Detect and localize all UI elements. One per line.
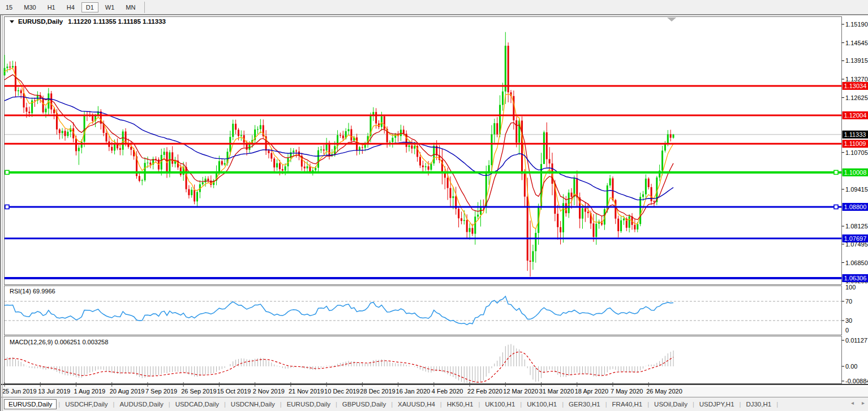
date-axis-label: 25 Jun 2019 — [2, 388, 37, 395]
date-axis-label: 13 Jul 2019 — [38, 388, 70, 395]
date-axis-label: 22 Feb 2020 — [467, 388, 502, 395]
rsi-axis-label: 70 — [845, 298, 852, 305]
chart-ohlc-values: 1.11220 1.11355 1.11185 1.11333 — [68, 18, 166, 25]
price-tick-label: 1.09415 — [845, 186, 868, 193]
window-left-border-inner — [2, 15, 3, 411]
timeframe-button-mn[interactable]: MN — [121, 2, 140, 12]
symbol-tab-hk50-h1[interactable]: HK50,H1 — [442, 399, 478, 409]
price-level-box-label: 1.12004 — [844, 112, 867, 119]
timeframe-button-15[interactable]: 15 — [1, 2, 17, 12]
macd-indicator-label: MACD(12,26,9) 0.006251 0.003258 — [10, 339, 108, 345]
symbol-tab-uk100-h1[interactable]: UK100,H1 — [480, 399, 519, 409]
date-axis-label: 20 Aug 2019 — [110, 388, 145, 395]
macd-axis-label: 0.00 — [845, 363, 857, 370]
chart-canvas[interactable]: 1.151901.145451.139151.132701.126251.107… — [0, 0, 868, 411]
price-tick-label: 1.12625 — [845, 94, 868, 101]
chart-title: EURUSD,Daily 1.11220 1.11355 1.11185 1.1… — [10, 18, 166, 25]
symbol-tab-usoil-daily[interactable]: USOil,Daily — [650, 399, 692, 409]
line-handle[interactable] — [5, 205, 9, 209]
price-level-box-label: 1.10008 — [844, 169, 867, 176]
symbol-tab-usdchf-daily[interactable]: USDCHF,Daily — [61, 399, 112, 409]
symbol-dropdown-icon[interactable] — [10, 20, 14, 23]
price-level-box-label: 1.11009 — [844, 140, 866, 147]
price-tick-label: 1.13915 — [845, 57, 868, 64]
chart-symbol-label: EURUSD,Daily — [18, 18, 63, 25]
price-tick-label: 1.13270 — [845, 76, 868, 83]
date-axis-label: 10 Dec 2019 — [324, 388, 359, 395]
price-tick-label: 1.06850 — [845, 259, 868, 266]
timeframe-button-w1[interactable]: W1 — [101, 2, 119, 12]
macd-panel[interactable] — [5, 336, 842, 384]
tab-scroll-right-button[interactable]: ▸ — [862, 399, 865, 407]
symbol-tabbar: EURUSD,Daily|USDCHF,Daily|AUDUSD,Daily|U… — [0, 397, 868, 411]
tab-scroll-left-button[interactable]: ◂ — [851, 399, 854, 407]
rsi-axis-label: 100 — [845, 284, 856, 291]
date-axis-label: 26 May 2020 — [646, 388, 682, 395]
date-axis-label: 31 Mar 2020 — [539, 388, 574, 395]
toolbar-divider — [0, 14, 868, 16]
date-axis-label: 4 Feb 2020 — [432, 388, 463, 395]
timeframe-button-h1[interactable]: H1 — [43, 2, 60, 12]
date-axis-label: 7 Sep 2019 — [145, 388, 177, 395]
rsi-axis-label: 0 — [845, 327, 849, 334]
symbol-tab-eurusd-daily[interactable]: EURUSD,Daily — [282, 399, 335, 409]
symbol-tab-xauusd-h4[interactable]: XAUUSD,H4 — [393, 399, 440, 409]
date-axis-label: 1 Aug 2019 — [74, 388, 105, 395]
date-axis-label: 28 Dec 2019 — [360, 388, 395, 395]
price-tick-label: 1.08125 — [845, 223, 868, 230]
rsi-indicator-label: RSI(14) 69.9966 — [10, 288, 55, 295]
symbol-tab-eurusd-daily[interactable]: EURUSD,Daily — [4, 399, 57, 409]
date-axis-label: 18 Apr 2020 — [575, 388, 608, 395]
symbol-tab-ger30-h1[interactable]: GER30,H1 — [564, 399, 605, 409]
timeframe-toolbar: 15M30H1H4D1W1MN — [0, 0, 868, 14]
symbol-tab-audusd-daily[interactable]: AUDUSD,Daily — [115, 399, 167, 409]
rsi-panel[interactable] — [5, 286, 842, 335]
date-axis-label: 7 May 2020 — [611, 388, 643, 395]
tab-separator: | — [776, 401, 779, 408]
mt4-chart-window: { "toolbar": { "timeframes": [ {"label":… — [0, 0, 868, 411]
symbol-tab-usdcnh-daily[interactable]: USDCNH,Daily — [226, 399, 280, 409]
tab-scroll-arrows: ◂ ▸ — [851, 399, 865, 407]
date-axis-label: 12 Mar 2020 — [503, 388, 538, 395]
toolbar-separator — [144, 2, 145, 13]
date-axis[interactable]: 25 Jun 201913 Jul 20191 Aug 201920 Aug 2… — [0, 387, 868, 397]
price-level-box-label: 1.08800 — [844, 204, 867, 210]
date-axis-label: 21 Nov 2019 — [289, 388, 324, 395]
window-left-border — [0, 15, 1, 411]
price-level-box-label: 1.13034 — [844, 83, 867, 89]
macd-axis-label: 0.011277 — [845, 337, 868, 344]
line-handle[interactable] — [834, 170, 838, 174]
timeframe-button-h4[interactable]: H4 — [62, 2, 79, 12]
price-tick-label: 1.15190 — [845, 21, 868, 28]
timeframe-button-m30[interactable]: M30 — [19, 2, 40, 12]
rsi-axis-label: 30 — [845, 317, 852, 324]
date-axis-label: 16 Jan 2020 — [396, 388, 431, 395]
date-axis-label: 26 Sep 2019 — [181, 388, 216, 395]
price-panel[interactable] — [5, 17, 842, 285]
timeframe-button-d1[interactable]: D1 — [81, 2, 98, 12]
price-axis[interactable]: 1.151901.145451.139151.132701.126251.107… — [842, 21, 868, 384]
symbol-tab-fra40-h1[interactable]: FRA40,H1 — [608, 399, 647, 409]
price-level-box-label: 1.07697 — [844, 235, 867, 242]
symbol-tab-usdcad-daily[interactable]: USDCAD,Daily — [171, 399, 224, 409]
symbol-tab-gbpusd-daily[interactable]: GBPUSD,Daily — [338, 399, 390, 409]
date-axis-label: 2 Nov 2019 — [253, 388, 285, 395]
price-level-box-label: 1.11333 — [844, 131, 866, 138]
symbol-tab-uk100-h1[interactable]: UK100,H1 — [522, 399, 561, 409]
macd-axis-label: -0.008845 — [845, 378, 868, 384]
symbol-tab-usdjpy-h1[interactable]: USDJPY,H1 — [695, 399, 739, 409]
line-handle[interactable] — [834, 205, 838, 209]
price-tick-label: 1.14545 — [845, 40, 868, 46]
date-axis-label: 15 Oct 2019 — [217, 388, 251, 395]
symbol-tab-dj30-h1[interactable]: DJ30,H1 — [741, 399, 776, 409]
price-tick-label: 1.10705 — [845, 149, 868, 156]
line-handle[interactable] — [5, 170, 9, 174]
price-level-box-label: 1.06306 — [844, 275, 867, 282]
